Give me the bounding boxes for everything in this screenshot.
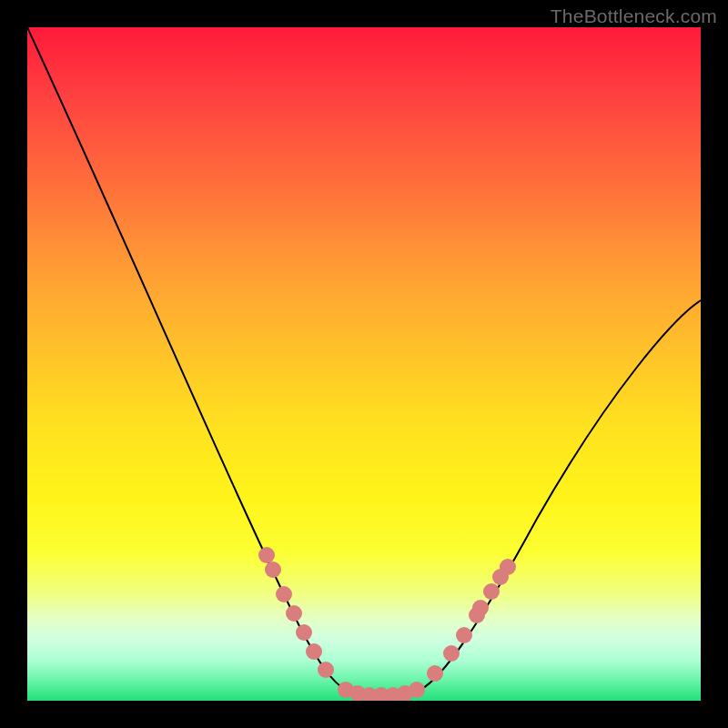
chart-frame: TheBottleneck.com [0,0,728,728]
data-markers [258,547,516,701]
data-marker [306,643,322,660]
data-marker [456,627,472,643]
watermark-text: TheBottleneck.com [551,5,717,27]
data-marker [318,662,334,678]
data-marker [483,583,500,600]
data-marker [276,586,292,602]
data-marker [409,682,425,698]
data-marker [472,600,489,616]
data-marker [443,645,460,662]
plot-area [27,27,701,701]
data-marker [296,624,312,641]
data-marker [258,547,275,563]
chart-svg [27,27,701,701]
bottleneck-curve [27,27,701,696]
data-marker [286,605,302,622]
data-marker [427,665,443,682]
data-marker [265,561,281,578]
data-marker [500,559,516,575]
